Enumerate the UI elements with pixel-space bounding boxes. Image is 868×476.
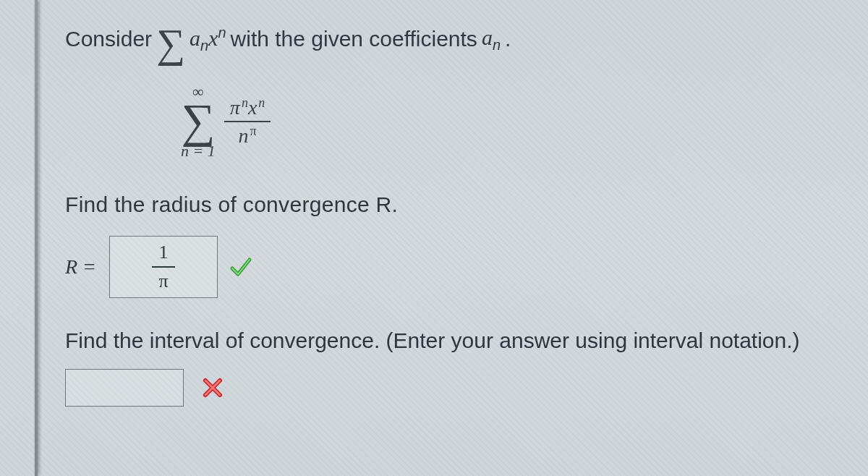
intro-period: . <box>505 27 511 51</box>
intro-line: Consider ∑ anxn with the given coefficie… <box>65 20 803 58</box>
q1-answer-numer: 1 <box>159 242 169 263</box>
q1-answer-fraction: 1 π <box>152 242 175 292</box>
q1-label: R = <box>65 255 96 279</box>
intro-coeff: an <box>482 25 501 54</box>
left-frame-edge <box>35 0 38 476</box>
q2-answer-row <box>65 369 803 407</box>
q1-answer-denom: π <box>158 271 168 292</box>
series-display: ∞ ∑ n = 1 πnxn nπ <box>181 84 803 159</box>
intro-prefix: Consider <box>65 27 152 51</box>
sum-lower: n = 1 <box>181 143 216 159</box>
sigma-icon: ∑ <box>181 97 215 145</box>
intro-suffix: with the given coefficients <box>231 27 477 51</box>
summation-operator: ∞ ∑ n = 1 <box>181 84 216 159</box>
q2-answer-input[interactable] <box>65 369 184 407</box>
q2-prompt: Find the interval of convergence. (Enter… <box>65 328 803 353</box>
check-icon <box>228 254 254 280</box>
x-icon <box>200 375 226 401</box>
series-numerator: πnxn <box>224 95 271 119</box>
sigma-inline-icon: ∑ <box>156 25 185 62</box>
q1-answer-row: R = 1 π <box>65 236 803 298</box>
q1-answer-input[interactable]: 1 π <box>109 236 218 298</box>
series-denominator: nπ <box>233 124 263 148</box>
intro-series: anxn <box>190 25 226 54</box>
q1-prompt: Find the radius of convergence R. <box>65 192 803 217</box>
series-fraction: πnxn nπ <box>224 95 271 148</box>
